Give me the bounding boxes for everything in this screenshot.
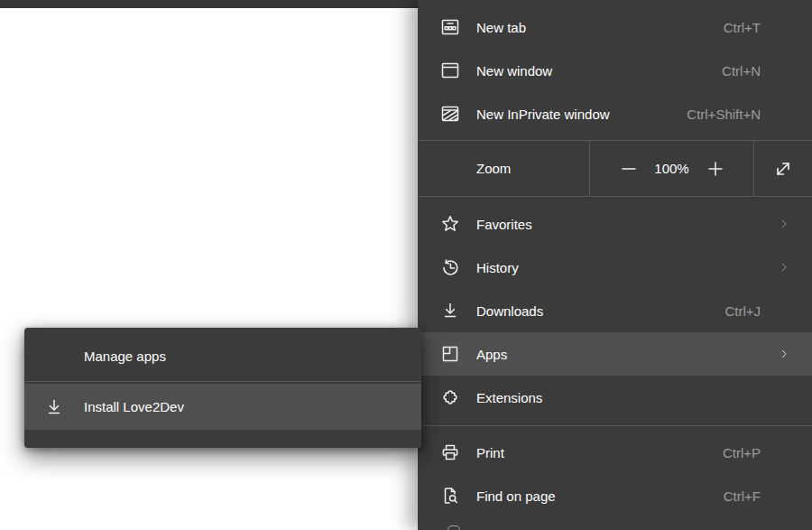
minus-icon [618, 158, 640, 180]
find-on-page-icon [439, 485, 461, 507]
fullscreen-icon [771, 157, 795, 181]
menu-item-label: History [476, 260, 778, 275]
screenshot-stage: New tabCtrl+TNew windowCtrl+NNew InPriva… [0, 0, 812, 530]
menu-item-shortcut: Ctrl+F [724, 488, 761, 504]
menu-section-new: New tabCtrl+TNew windowCtrl+NNew InPriva… [418, 5, 812, 135]
zoom-label: Zoom [476, 161, 511, 176]
menu-item-new-window[interactable]: New windowCtrl+N [418, 49, 812, 92]
chevron-right-icon [778, 261, 790, 274]
menu-item-print[interactable]: PrintCtrl+P [418, 431, 812, 474]
menu-item-label: Manage apps [84, 349, 166, 364]
menu-item-label: Apps [476, 347, 778, 362]
menu-item-new-inprivate-window[interactable]: New InPrivate windowCtrl+Shift+N [418, 92, 812, 135]
puzzle-icon [439, 386, 461, 408]
menu-item-label: Favorites [476, 217, 778, 232]
menu-item-label: New window [476, 63, 722, 79]
zoom-out-button[interactable] [618, 158, 640, 180]
fullscreen-section [754, 141, 812, 196]
menu-item-extensions[interactable]: Extensions [418, 376, 812, 419]
menu-item-label: Find on page [476, 488, 724, 504]
menu-section-page-actions: PrintCtrl+PFind on pageCtrl+F [418, 431, 812, 517]
menu-item-label: Print [476, 445, 723, 460]
menu-item-favorites[interactable]: Favorites [418, 202, 812, 246]
chevron-slot [778, 64, 790, 77]
chevron-slot [778, 391, 790, 404]
menu-item-shortcut: Ctrl+T [724, 20, 761, 35]
menu-item-apps[interactable]: Apps [418, 332, 812, 376]
new-tab-icon [439, 16, 461, 38]
chevron-slot [778, 489, 790, 502]
menu-item-downloads[interactable]: DownloadsCtrl+J [418, 289, 812, 332]
chevron-slot [778, 21, 790, 33]
chevron-slot [778, 304, 790, 317]
zoom-in-button[interactable] [705, 158, 726, 180]
menu-item-shortcut: Ctrl+J [724, 303, 761, 319]
apps-icon [439, 343, 461, 365]
menu-item-label: Install Love2Dev [84, 399, 184, 414]
apps-submenu: Manage apps Install Love2Dev [24, 328, 421, 448]
menu-item-label: New tab [476, 20, 724, 35]
history-icon [439, 256, 461, 278]
menu-item-label: Downloads [476, 303, 724, 319]
menu-item-install-love2dev[interactable]: Install Love2Dev [24, 384, 421, 430]
submenu-separator [24, 381, 421, 382]
menu-item-find-on-page[interactable]: Find on pageCtrl+F [418, 474, 812, 517]
menu-item-shortcut: Ctrl+P [723, 445, 761, 460]
printer-icon [439, 442, 461, 463]
new-window-icon [439, 60, 461, 81]
zoom-controls-section: 100% [589, 141, 754, 196]
zoom-row: Zoom 100% [418, 141, 812, 196]
zoom-level-value: 100% [649, 161, 696, 176]
menu-item-shortcut: Ctrl+Shift+N [687, 107, 761, 122]
chevron-right-icon [778, 218, 790, 230]
cut-off-next-item-icon [448, 525, 460, 530]
menu-item-shortcut: Ctrl+N [722, 63, 761, 79]
download-icon [43, 396, 65, 418]
menu-item-label: New InPrivate window [476, 107, 687, 122]
menu-item-label: Extensions [476, 390, 778, 405]
zoom-label-section: Zoom [418, 141, 589, 196]
menu-section-library: FavoritesHistoryDownloadsCtrl+JAppsExten… [418, 202, 812, 419]
menu-item-new-tab[interactable]: New tabCtrl+T [418, 5, 812, 49]
fullscreen-button[interactable] [771, 157, 795, 181]
inprivate-window-icon [439, 103, 461, 125]
menu-item-manage-apps[interactable]: Manage apps [24, 333, 421, 379]
download-icon [439, 300, 461, 321]
plus-icon [705, 158, 726, 180]
edge-settings-menu: New tabCtrl+TNew windowCtrl+NNew InPriva… [418, 0, 812, 530]
chevron-right-icon [778, 348, 790, 360]
chevron-slot [778, 107, 790, 120]
browser-chrome-strip [0, 0, 418, 8]
star-icon [439, 213, 461, 235]
menu-item-history[interactable]: History [418, 246, 812, 289]
chevron-slot [778, 446, 790, 459]
